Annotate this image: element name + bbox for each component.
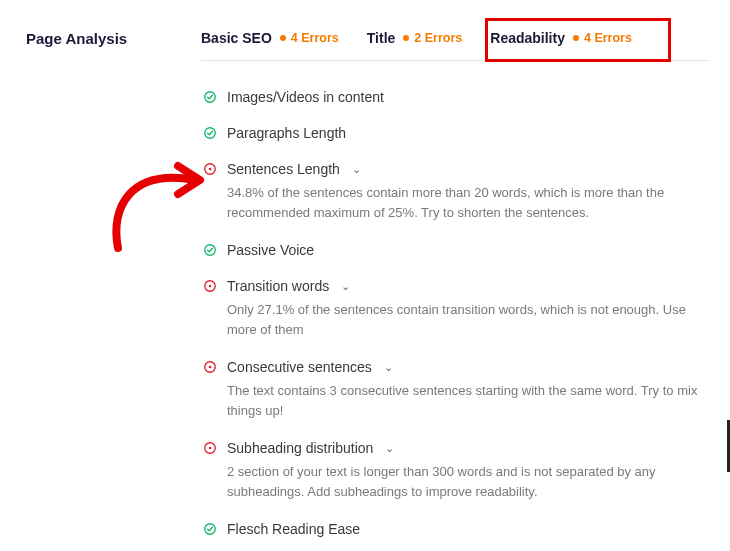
- chevron-down-icon: ⌄: [385, 442, 394, 455]
- item-description: 34.8% of the sentences contain more than…: [203, 177, 710, 222]
- item-subheading-distribution: Subheading distribution ⌄ 2 section of y…: [201, 432, 710, 509]
- error-count: 4 Errors: [584, 31, 632, 45]
- check-icon: [203, 522, 217, 536]
- item-images-videos: Images/Videos in content: [201, 81, 710, 113]
- check-icon: [203, 126, 217, 140]
- item-flesch-reading-ease: Flesch Reading Ease: [201, 513, 710, 545]
- error-badge: 4 Errors: [280, 31, 339, 45]
- item-head[interactable]: Images/Videos in content: [203, 89, 710, 105]
- item-description: 2 section of your text is longer than 30…: [203, 456, 710, 501]
- tab-readability[interactable]: Readability 4 Errors: [490, 30, 632, 46]
- item-title: Consecutive sentences: [227, 359, 372, 375]
- check-icon: [203, 243, 217, 257]
- item-head[interactable]: Sentences Length ⌄: [203, 161, 710, 177]
- warn-icon: [203, 441, 217, 455]
- item-head[interactable]: Subheading distribution ⌄: [203, 440, 710, 456]
- item-title: Images/Videos in content: [227, 89, 384, 105]
- tab-title[interactable]: Title 2 Errors: [367, 30, 462, 46]
- error-count: 2 Errors: [414, 31, 462, 45]
- item-description: The text contains 3 consecutive sentence…: [203, 375, 710, 420]
- tab-label: Readability: [490, 30, 565, 46]
- tab-basic-seo[interactable]: Basic SEO 4 Errors: [201, 30, 339, 46]
- chevron-down-icon: ⌄: [341, 280, 350, 293]
- item-head[interactable]: Paragraphs Length: [203, 125, 710, 141]
- item-title: Subheading distribution: [227, 440, 373, 456]
- item-description: Only 27.1% of the sentences contain tran…: [203, 294, 710, 339]
- analysis-items: Images/Videos in content Paragraphs Leng…: [201, 61, 710, 545]
- tabs: Basic SEO 4 Errors Title 2 Errors Readab…: [201, 30, 710, 61]
- svg-point-8: [209, 366, 211, 368]
- item-head[interactable]: Consecutive sentences ⌄: [203, 359, 710, 375]
- check-icon: [203, 90, 217, 104]
- item-title: Passive Voice: [227, 242, 314, 258]
- tab-label: Basic SEO: [201, 30, 272, 46]
- item-title: Transition words: [227, 278, 329, 294]
- item-transition-words: Transition words ⌄ Only 27.1% of the sen…: [201, 270, 710, 347]
- error-count: 4 Errors: [291, 31, 339, 45]
- tab-label: Title: [367, 30, 396, 46]
- section-title: Page Analysis: [26, 30, 201, 47]
- error-badge: 4 Errors: [573, 31, 632, 45]
- item-head[interactable]: Passive Voice: [203, 242, 710, 258]
- chevron-down-icon: ⌄: [384, 361, 393, 374]
- warn-icon: [203, 162, 217, 176]
- dot-icon: [280, 35, 286, 41]
- svg-point-6: [209, 285, 211, 287]
- warn-icon: [203, 360, 217, 374]
- warn-icon: [203, 279, 217, 293]
- svg-point-3: [209, 168, 211, 170]
- error-badge: 2 Errors: [403, 31, 462, 45]
- item-consecutive-sentences: Consecutive sentences ⌄ The text contain…: [201, 351, 710, 428]
- svg-point-10: [209, 447, 211, 449]
- dot-icon: [573, 35, 579, 41]
- item-title: Paragraphs Length: [227, 125, 346, 141]
- item-head[interactable]: Flesch Reading Ease: [203, 521, 710, 537]
- item-paragraphs-length: Paragraphs Length: [201, 117, 710, 149]
- item-title: Flesch Reading Ease: [227, 521, 360, 537]
- item-title: Sentences Length: [227, 161, 340, 177]
- chevron-down-icon: ⌄: [352, 163, 361, 176]
- item-sentences-length: Sentences Length ⌄ 34.8% of the sentence…: [201, 153, 710, 230]
- item-head[interactable]: Transition words ⌄: [203, 278, 710, 294]
- dot-icon: [403, 35, 409, 41]
- item-passive-voice: Passive Voice: [201, 234, 710, 266]
